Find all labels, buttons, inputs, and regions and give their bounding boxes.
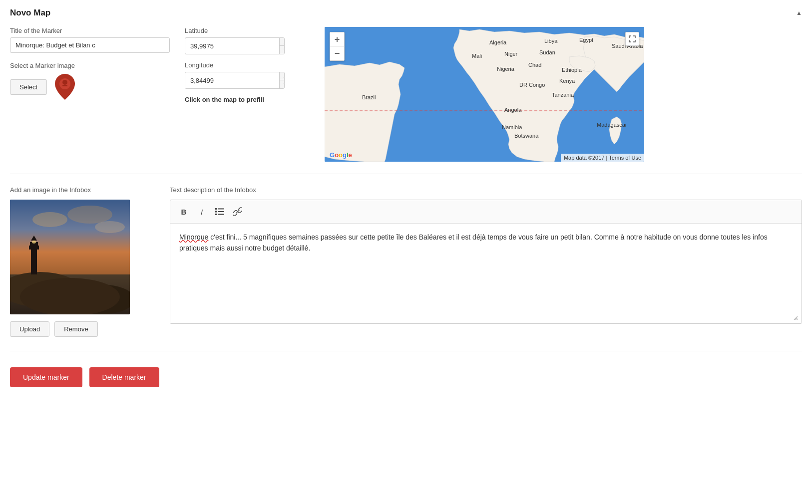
app-container: Novo Map ▲ Title of the Marker Select a … <box>0 0 812 395</box>
svg-text:Libya: Libya <box>544 38 558 44</box>
longitude-label: Longitude <box>185 61 310 69</box>
select-marker-label: Select a Marker image <box>10 62 170 69</box>
svg-text:Nigeria: Nigeria <box>497 66 515 72</box>
longitude-up-button[interactable]: ▲ <box>280 72 285 80</box>
svg-text:Sudan: Sudan <box>539 49 555 55</box>
svg-text:Angola: Angola <box>504 107 522 113</box>
form-left: Title of the Marker Select a Marker imag… <box>10 27 170 162</box>
footer-buttons: Update marker Delete marker <box>10 365 802 387</box>
longitude-input[interactable] <box>185 73 279 88</box>
svg-rect-28 <box>31 247 37 274</box>
latitude-input[interactable] <box>185 39 279 53</box>
zoom-out-button[interactable]: − <box>330 46 344 60</box>
fullscreen-button[interactable] <box>625 32 639 46</box>
svg-text:Niger: Niger <box>504 51 518 57</box>
editor-toolbar: B I <box>170 200 802 224</box>
svg-point-33 <box>32 212 67 227</box>
zoom-in-button[interactable]: + <box>330 32 344 46</box>
italic-button[interactable]: I <box>194 204 209 219</box>
prefill-note: Click on the map to prefill <box>185 96 310 103</box>
google-logo: Google <box>330 151 352 159</box>
svg-text:DR Congo: DR Congo <box>519 82 545 88</box>
title-input[interactable] <box>10 37 170 53</box>
latitude-down-button[interactable]: ▼ <box>280 46 285 54</box>
map-area: Algeria Libya Egypt Saudi Arabia Mali Ni… <box>325 27 644 162</box>
marker-select-row: Select <box>10 74 170 99</box>
latitude-spin-buttons: ▲ ▼ <box>279 38 285 54</box>
svg-point-34 <box>67 206 112 224</box>
svg-text:Brazil: Brazil <box>362 94 376 100</box>
image-buttons: Upload Remove <box>10 321 150 337</box>
map-attribution: Map data ©2017 | Terms of Use <box>561 154 644 162</box>
resize-handle[interactable] <box>793 314 800 321</box>
text-section: Text description of the Infobox B I <box>170 186 802 337</box>
map-container[interactable]: Algeria Libya Egypt Saudi Arabia Mali Ni… <box>325 27 644 162</box>
form-center: Latitude ▲ ▼ Longitude ▲ ▼ <box>185 27 310 162</box>
delete-marker-button[interactable]: Delete marker <box>89 367 159 387</box>
longitude-field-wrapper: Longitude ▲ ▼ <box>185 61 310 89</box>
marker-pin-icon <box>55 74 75 99</box>
longitude-down-button[interactable]: ▼ <box>280 80 285 88</box>
latitude-label: Latitude <box>185 27 310 34</box>
svg-rect-40 <box>215 214 217 215</box>
longitude-spin-buttons: ▲ ▼ <box>279 72 285 88</box>
editor-text-body: c'est fini... 5 magnifiques semaines pas… <box>179 233 768 252</box>
update-marker-button[interactable]: Update marker <box>10 367 82 387</box>
svg-point-27 <box>20 278 120 314</box>
svg-text:Egypt: Egypt <box>579 37 593 43</box>
svg-text:Botswana: Botswana <box>514 133 539 139</box>
svg-point-1 <box>62 80 67 85</box>
svg-text:Algeria: Algeria <box>489 39 507 45</box>
remove-button[interactable]: Remove <box>54 321 97 337</box>
select-marker-button[interactable]: Select <box>10 79 47 95</box>
svg-rect-41 <box>218 214 224 215</box>
top-section: Title of the Marker Select a Marker imag… <box>10 27 802 174</box>
collapse-icon[interactable]: ▲ <box>796 9 802 16</box>
latitude-field-wrapper: Latitude ▲ ▼ <box>185 27 310 54</box>
app-title: Novo Map <box>10 8 50 18</box>
svg-text:Chad: Chad <box>528 62 541 68</box>
infobox-image <box>10 200 130 314</box>
rich-editor: B I <box>170 200 802 324</box>
svg-point-35 <box>95 221 125 233</box>
editor-content[interactable]: Minorque c'est fini... 5 magnifiques sem… <box>170 224 802 323</box>
svg-text:Ethiopia: Ethiopia <box>562 67 582 73</box>
svg-point-32 <box>32 241 36 244</box>
svg-text:Kenya: Kenya <box>559 78 575 84</box>
latitude-up-button[interactable]: ▲ <box>280 38 285 46</box>
map-zoom-controls: + − <box>330 32 345 61</box>
bold-button[interactable]: B <box>176 204 191 219</box>
svg-text:Madagascar: Madagascar <box>597 122 627 128</box>
editor-text-minorque: Minorque <box>179 233 208 241</box>
text-section-label: Text description of the Infobox <box>170 186 802 194</box>
image-section: Add an image in the Infobox <box>10 186 150 337</box>
svg-rect-39 <box>218 211 224 212</box>
svg-text:Namibia: Namibia <box>502 124 522 130</box>
upload-button[interactable]: Upload <box>10 321 49 337</box>
list-button[interactable] <box>212 204 227 219</box>
svg-rect-37 <box>218 209 224 210</box>
svg-rect-36 <box>215 208 217 210</box>
svg-text:Mali: Mali <box>472 53 482 59</box>
bottom-section: Add an image in the Infobox <box>10 186 802 351</box>
svg-text:Tanzania: Tanzania <box>552 92 574 98</box>
app-header: Novo Map ▲ <box>10 8 802 18</box>
svg-line-45 <box>797 319 798 320</box>
svg-rect-38 <box>215 211 217 213</box>
image-section-label: Add an image in the Infobox <box>10 186 150 194</box>
link-button[interactable] <box>230 204 245 219</box>
title-label: Title of the Marker <box>10 27 170 34</box>
longitude-input-row: ▲ ▼ <box>185 72 285 89</box>
latitude-input-row: ▲ ▼ <box>185 37 285 54</box>
svg-rect-2 <box>62 85 67 86</box>
